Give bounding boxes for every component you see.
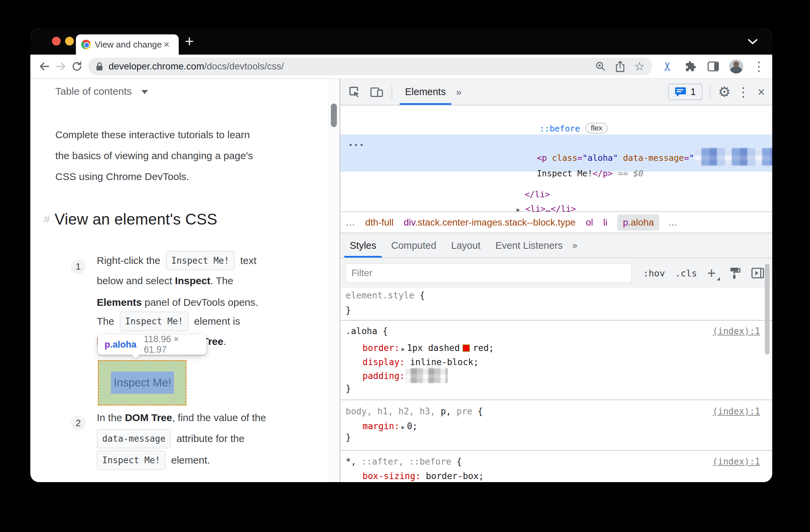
inspect-tooltip: p .aloha 118.96 × 61.97 [98,334,206,355]
tab-styles[interactable]: Styles [342,233,384,257]
dom-row-before-pseudo[interactable]: ::beforeflex [479,106,608,121]
page-title: View an element's CSS [55,210,217,228]
more-panels-chevron-icon[interactable]: » [456,86,461,98]
dom-row-selected-open[interactable]: <p class="aloha" data-message=""> [476,136,772,151]
table-of-contents-dropdown[interactable]: Table of contents [55,86,148,97]
expand-arrow-icon[interactable]: ▶ [402,424,405,431]
address-bar[interactable]: developer.chrome.com/docs/devtools/css/ … [88,57,652,75]
step-2-number: 2 [71,416,86,431]
inspect-me-highlight-box[interactable]: Inspect Me! [98,360,187,405]
dom-tree: ::beforeflex ▶<p>…</p> ••• <p class="alo… [340,105,772,211]
settings-gear-icon[interactable]: ⚙ [718,85,731,99]
inspect-me-element[interactable]: Inspect Me! [111,371,174,394]
url-domain: developer.chrome.com [109,61,204,71]
extensions-puzzle-icon[interactable] [683,59,698,74]
share-icon[interactable] [615,61,625,72]
issues-button[interactable]: 1 [668,84,702,100]
issues-bubble-icon [675,87,686,97]
toggle-sidebar-panel-icon[interactable] [751,267,764,279]
rule-universal-selector[interactable]: *, ::after, ::before { [346,454,461,469]
flex-badge[interactable]: flex [585,123,608,133]
reload-icon[interactable] [69,58,85,74]
sidebar-tabs: Styles Computed Layout Event Listeners » [340,233,772,257]
tooltip-dimensions: 118.96 × 61.97 [144,334,200,355]
breadcrumb-item[interactable]: ol [586,217,593,228]
scissors-extension-icon[interactable]: ✂ [660,59,675,74]
caret-down-icon [141,90,148,94]
intro-line: Complete these interactive tutorials to … [55,128,250,142]
styles-scrollbar-thumb[interactable] [765,264,770,355]
url-text: developer.chrome.com/docs/devtools/css/ [109,61,284,72]
zoom-page-icon[interactable] [595,61,606,72]
url-path: /docs/devtools/css/ [204,61,284,71]
expand-arrow-icon[interactable]: ▶ [402,346,405,352]
color-swatch-red[interactable] [463,345,470,352]
toggle-hover-state-button[interactable]: :hov [643,268,665,279]
chrome-favicon-icon [81,40,91,49]
browser-toolbar: developer.chrome.com/docs/devtools/css/ … [30,55,772,79]
lock-icon [96,62,103,71]
more-tabs-chevron-icon[interactable]: » [572,240,578,251]
heading-anchor-link[interactable]: # [44,213,50,226]
tooltip-class: .aloha [110,339,136,350]
stylesheet-link[interactable]: (index):1 [713,323,760,338]
page-scrollbar-thumb[interactable] [331,103,337,127]
dom-row-gutter-dots[interactable]: ••• [349,138,365,153]
breadcrumb-item[interactable]: li [603,217,608,228]
new-tab-button[interactable]: + [185,33,194,49]
bookmark-star-icon[interactable]: ☆ [634,60,645,72]
browser-menu-dots-icon[interactable]: ⋮ [751,59,766,74]
intro-line: CSS using Chrome DevTools. [55,169,189,184]
dom-row-selected-text[interactable]: Inspect Me!</p> == $0 [476,151,644,166]
css-property-margin[interactable]: margin:▶0; [362,419,418,434]
dom-row-li-collapsed[interactable]: ▶<li>…</li> [456,187,576,202]
active-tab-underline [400,103,451,105]
tab-elements[interactable]: Elements [395,79,455,105]
dom-row-li-close[interactable]: </li> [464,172,550,187]
step-1-line-4: The Inspect Me! element is [97,313,240,330]
back-icon[interactable] [36,58,53,74]
paint-roller-icon[interactable] [729,267,741,280]
tooltip-tag: p [104,339,110,350]
inspect-element-icon[interactable] [348,85,361,99]
css-property-box-sizing[interactable]: box-sizing: border-box; [362,469,484,482]
breadcrumb-item-selected[interactable]: p.aloha [617,214,659,231]
rule-element-style[interactable]: element.style { [346,288,425,303]
styles-filter-input[interactable] [346,263,632,283]
rule-separator [340,320,772,321]
stylesheet-link[interactable]: (index):1 [713,454,760,469]
tab-close-icon[interactable]: × [164,39,169,50]
devtools-menu-dots-icon[interactable]: ⋮ [737,85,750,99]
toolbar-divider [710,85,711,99]
css-property-display[interactable]: display: inline-block; [362,355,479,369]
dom-row-p-collapsed[interactable]: ▶<p>…</p> [470,121,580,135]
rule-body-selector[interactable]: body, h1, h2, h3, p, pre { [346,404,483,419]
breadcrumb-item[interactable]: dth-full [365,217,393,228]
redacted-padding-value [405,368,448,383]
profile-avatar[interactable] [729,59,744,74]
rule-separator [340,450,772,451]
side-panel-icon[interactable] [706,59,720,74]
step-2-line-2: data-message attribute for the [97,430,244,447]
new-style-rule-button[interactable]: + [707,266,718,281]
device-toolbar-icon[interactable] [370,86,384,98]
breadcrumb-overflow-right[interactable]: … [668,217,678,228]
twisty-icon[interactable]: ▶ [517,202,525,217]
minimize-window-button[interactable] [65,37,74,46]
browser-tab[interactable]: View and change CSS - Chrome × [76,34,179,55]
devtools-close-icon[interactable]: × [758,85,765,99]
tab-layout[interactable]: Layout [444,233,488,257]
tab-event-listeners[interactable]: Event Listeners [488,233,570,257]
page-scrollbar[interactable] [328,79,340,482]
css-property-padding[interactable]: padding: [362,368,448,383]
toggle-classes-button[interactable]: .cls [675,268,697,279]
chevron-down-icon[interactable] [747,38,759,46]
tab-computed[interactable]: Computed [384,233,444,257]
forward-icon[interactable] [53,58,69,74]
css-property-border[interactable]: border:▶1px dashedred; [362,340,494,355]
stylesheet-link[interactable]: (index):1 [713,404,760,419]
inline-code: Inspect Me! [166,251,235,270]
breadcrumb-overflow-left[interactable]: … [346,217,355,228]
rule-aloha-selector[interactable]: .aloha { [346,323,388,338]
close-window-button[interactable] [52,37,61,46]
